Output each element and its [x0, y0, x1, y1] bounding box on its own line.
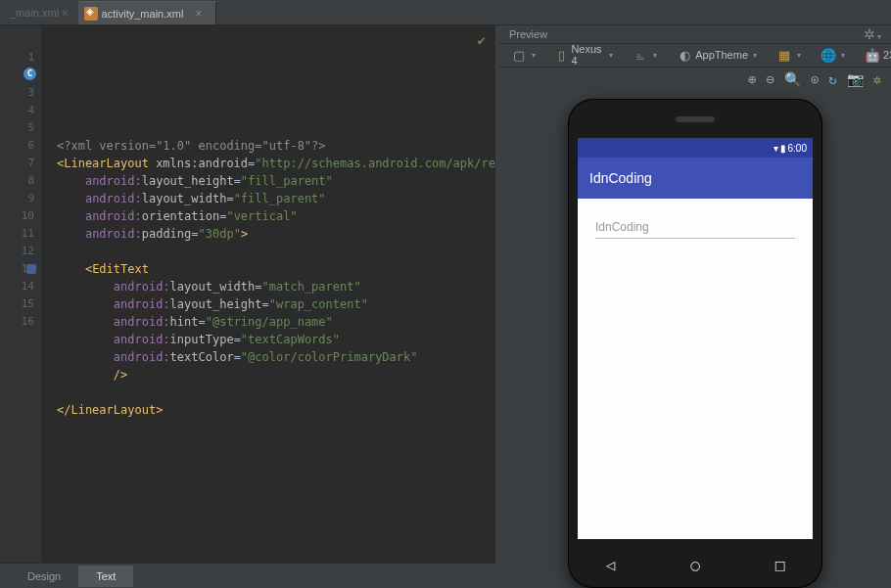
- editor-tab-bar: _main.xml × activity_main.xml ×: [0, 0, 891, 25]
- app-title: IdnCoding: [589, 170, 652, 186]
- ghost-tab[interactable]: _main.xml ×: [0, 1, 78, 24]
- nav-home-icon[interactable]: ○: [690, 556, 700, 574]
- xml-icon: [84, 7, 98, 21]
- check-icon: ✔: [478, 31, 486, 49]
- zoom-actual-icon[interactable]: ⊙: [811, 71, 819, 87]
- speaker-slot: [676, 116, 715, 122]
- preview-canvas: ▾ ▮ 6:00 IdnCoding IdnCoding ◁ ○ □: [499, 91, 891, 588]
- device-frame: ▾ ▮ 6:00 IdnCoding IdnCoding ◁ ○ □: [568, 99, 822, 588]
- refresh-icon[interactable]: ↻: [828, 71, 836, 87]
- preview-pane: Preview ✲ ▢ ▯Nexus 4 ⎁ ◐AppTheme ▦ 🌐 🤖23…: [495, 25, 891, 588]
- device-screen: ▾ ▮ 6:00 IdnCoding IdnCoding: [578, 138, 813, 539]
- toolbar-rotate[interactable]: ▢: [507, 45, 539, 65]
- settings-icon[interactable]: ✲: [873, 71, 881, 87]
- close-icon[interactable]: ×: [195, 7, 202, 21]
- wifi-icon: ▾: [774, 143, 778, 154]
- file-tab-label: activity_main.xml: [102, 8, 184, 20]
- editor-pane: 💡1 2C 3 4 5 6 7 8 9 10 11 12 13 14 15 16…: [0, 25, 495, 588]
- edit-text-field[interactable]: IdnCoding: [595, 216, 795, 239]
- status-time: 6:00: [788, 143, 807, 154]
- device-nav-bar: ◁ ○ □: [568, 556, 822, 574]
- file-tab-activity-main[interactable]: activity_main.xml ×: [78, 1, 217, 24]
- preview-toolbar: ▢ ▯Nexus 4 ⎁ ◐AppTheme ▦ 🌐 🤖23: [499, 43, 891, 68]
- preview-title: Preview: [509, 28, 547, 40]
- preview-zoom-bar: ⊕ ⊖ 🔍 ⊙ ↻ 📷 ✲: [499, 68, 891, 91]
- app-bar: IdnCoding: [578, 158, 813, 199]
- toolbar-orientation[interactable]: ⎁: [629, 45, 661, 65]
- editor-gutter: 💡1 2C 3 4 5 6 7 8 9 10 11 12 13 14 15 16: [0, 25, 43, 563]
- nav-back-icon[interactable]: ◁: [606, 556, 616, 574]
- zoom-in-icon[interactable]: ⊕: [748, 71, 756, 87]
- marker-icon[interactable]: [26, 264, 36, 274]
- toolbar-api-select[interactable]: 🤖23: [861, 45, 891, 65]
- class-badge-icon[interactable]: C: [23, 68, 36, 80]
- editor-bottom-tabs: Design Text: [0, 563, 495, 588]
- zoom-fit-icon[interactable]: 🔍: [784, 71, 801, 87]
- tab-text[interactable]: Text: [78, 565, 133, 587]
- toolbar-theme-select[interactable]: ◐AppTheme: [673, 45, 761, 65]
- toolbar-locale[interactable]: 🌐: [817, 45, 849, 65]
- battery-icon: ▮: [780, 143, 786, 154]
- tab-design[interactable]: Design: [10, 565, 78, 587]
- code-editor[interactable]: ✔ <?xml version="1.0" encoding="utf-8"?>…: [43, 25, 495, 563]
- nav-recents-icon[interactable]: □: [775, 556, 785, 574]
- zoom-out-icon[interactable]: ⊖: [766, 71, 774, 87]
- toolbar-layout[interactable]: ▦: [773, 45, 805, 65]
- toolbar-device-select[interactable]: ▯Nexus 4: [551, 43, 617, 68]
- screenshot-icon[interactable]: 📷: [847, 71, 864, 87]
- gear-icon[interactable]: ✲: [864, 26, 881, 42]
- status-bar: ▾ ▮ 6:00: [578, 138, 813, 158]
